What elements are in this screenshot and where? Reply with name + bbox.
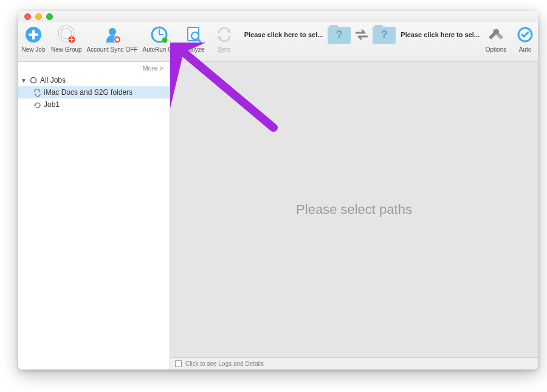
content-area: More > ▼ All Jobs iMac Docs and xyxy=(18,62,538,370)
auto-button[interactable]: Auto xyxy=(512,24,538,60)
clock-autorun-icon xyxy=(149,24,170,45)
tree-item[interactable]: iMac Docs and S2G folders xyxy=(18,86,170,98)
new-group-label: New Group xyxy=(51,46,82,53)
tree-root-label: All Jobs xyxy=(40,76,66,84)
folder-question-icon: ? xyxy=(326,24,352,45)
sync-arrows-icon xyxy=(214,24,235,45)
svg-rect-2 xyxy=(29,33,38,36)
tree-item[interactable]: Job1 xyxy=(18,98,170,111)
sync-small-icon xyxy=(33,88,41,97)
autorun-button[interactable]: AutoRun On xyxy=(140,24,179,60)
footer-text: Click to see Logs and Details xyxy=(185,360,264,367)
refresh-small-icon xyxy=(33,100,41,109)
footer-bar[interactable]: Click to see Logs and Details xyxy=(170,357,538,370)
window-minimize-button[interactable] xyxy=(35,13,42,20)
main-center: Please select paths xyxy=(170,62,538,357)
new-job-button[interactable]: New Job xyxy=(18,24,49,60)
swap-arrows-icon[interactable] xyxy=(353,24,370,45)
clock-check-icon xyxy=(515,24,535,45)
tools-icon xyxy=(486,24,506,45)
left-path-selector[interactable]: Please click here to sel... ? xyxy=(244,24,353,45)
autorun-label: AutoRun On xyxy=(143,46,176,53)
window-titlebar xyxy=(18,11,538,22)
sync-label: Sync xyxy=(217,46,230,53)
main-panel: Please select paths Click to see Logs an… xyxy=(170,62,538,370)
new-group-button[interactable]: New Group xyxy=(49,24,84,60)
options-label: Options xyxy=(486,46,506,53)
group-plus-icon xyxy=(56,24,77,45)
sidebar-more-link[interactable]: More > xyxy=(18,62,170,74)
plus-circle-icon xyxy=(23,24,44,45)
svg-point-8 xyxy=(109,28,116,35)
svg-point-20 xyxy=(31,78,36,83)
svg-point-13 xyxy=(162,38,168,43)
analyze-label: Analyze xyxy=(183,46,205,53)
left-path-prompt: Please click here to sel... xyxy=(244,31,323,38)
window-close-button[interactable] xyxy=(24,13,31,20)
options-button[interactable]: Options xyxy=(481,24,511,60)
tree-root-row[interactable]: ▼ All Jobs xyxy=(18,74,170,86)
tree-item-label: Job1 xyxy=(44,100,60,109)
user-sync-icon xyxy=(102,24,123,45)
account-sync-label: Account Sync OFF xyxy=(87,46,138,53)
app-window: New Job New Group xyxy=(18,11,538,370)
svg-line-16 xyxy=(198,39,201,42)
folder-question-icon: ? xyxy=(371,24,397,45)
auto-label: Auto xyxy=(519,46,532,53)
toolbar-left-group: New Job New Group xyxy=(18,24,239,60)
toolbar: New Job New Group xyxy=(18,22,538,62)
right-path-selector[interactable]: ? Please click here to sel... xyxy=(371,24,480,45)
sidebar: More > ▼ All Jobs iMac Docs and xyxy=(18,62,170,370)
disclosure-triangle-icon[interactable]: ▼ xyxy=(21,77,27,84)
account-sync-button[interactable]: Account Sync OFF xyxy=(84,24,140,60)
sync-button[interactable]: Sync xyxy=(209,24,239,60)
window-zoom-button[interactable] xyxy=(46,13,53,20)
svg-rect-7 xyxy=(70,39,74,40)
new-job-label: New Job xyxy=(22,46,46,53)
toolbar-right-group: Please click here to sel... ? ? Please c… xyxy=(244,24,538,60)
tree-item-label: iMac Docs and S2G folders xyxy=(44,88,132,97)
analyze-button[interactable]: Analyze xyxy=(179,24,209,60)
placeholder-message: Please select paths xyxy=(296,202,412,218)
right-path-prompt: Please click here to sel... xyxy=(401,31,480,38)
magnify-document-icon xyxy=(184,24,204,45)
circle-icon xyxy=(29,76,38,84)
footer-checkbox[interactable] xyxy=(175,360,182,367)
